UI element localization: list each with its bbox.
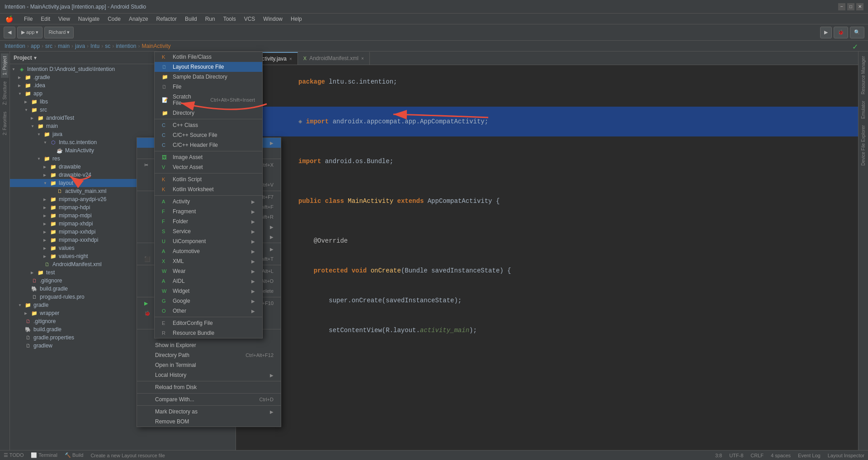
tab-manifest[interactable]: X AndroidManifest.xml × [298, 52, 370, 65]
editor-content[interactable]: 1 package lntu.sc.intention; 2 3 ◈ impor… [236, 65, 858, 450]
menu-tools[interactable]: Tools [220, 15, 240, 23]
ctx-reload[interactable]: Reload from Disk [137, 382, 281, 392]
submenu-vector-asset[interactable]: V Vector Asset [155, 162, 262, 172]
toolbar-search[interactable]: 🔍 [850, 27, 864, 38]
menu-view[interactable]: View [55, 15, 74, 23]
breadcrumb-java[interactable]: java [75, 43, 85, 49]
sidebar-tab-project[interactable]: 1: Project [1, 53, 9, 78]
submenu-activity[interactable]: A Activity ▶ [155, 197, 262, 207]
submenu-kotlin-worksheet[interactable]: K Kotlin Worksheet [155, 184, 262, 194]
submenu-image-asset[interactable]: 🖼 Image Asset [155, 152, 262, 162]
status-linesep: CRLF [750, 453, 764, 458]
toolbar-run-config[interactable]: ▶ app ▾ [17, 27, 42, 38]
submenu-resource-bundle[interactable]: R Resource Bundle [155, 328, 262, 338]
sidebar-tab-favorites[interactable]: 2: Favorites [1, 109, 9, 138]
toolbar-debug[interactable]: 🐞 [834, 27, 848, 38]
panel-dropdown-icon[interactable]: ▾ [34, 55, 37, 61]
widget-icon: W [162, 288, 169, 294]
sidebar-tab-emulator[interactable]: Emulator [859, 98, 867, 122]
breadcrumb-sc[interactable]: sc [105, 43, 110, 49]
sidebar-tab-resource-manager[interactable]: Resource Manager [859, 53, 867, 97]
tree-arrow: ▼ [31, 124, 37, 128]
ctx-show-explorer[interactable]: Show in Explorer [137, 340, 281, 350]
submenu-arrow: ▶ [251, 239, 255, 244]
ctx-open-terminal[interactable]: Open in Terminal [137, 360, 281, 370]
close-button[interactable]: ✕ [856, 3, 863, 10]
ctx-directory-path[interactable]: Directory Path Ctrl+Alt+F12 [137, 350, 281, 360]
submenu-layout-file[interactable]: 🗋 Layout Resource File [155, 62, 262, 72]
submenu-uicomponent[interactable]: U UiComponent ▶ [155, 236, 262, 246]
menu-navigate[interactable]: Navigate [75, 15, 103, 23]
title-bar-controls[interactable]: − □ ✕ [838, 3, 863, 10]
editor-tabs: J MainActivity.java × X AndroidManifest.… [236, 52, 858, 65]
submenu-automotive[interactable]: A Automotive ▶ [155, 246, 262, 256]
maximize-button[interactable]: □ [847, 3, 854, 10]
submenu-fragment[interactable]: F Fragment ▶ [155, 207, 262, 216]
submenu-cpp-source[interactable]: C C/C++ Source File [155, 130, 262, 140]
submenu-google[interactable]: G Google ▶ [155, 296, 262, 306]
submenu-xml[interactable]: X XML ▶ [155, 256, 262, 266]
layout-inspector-btn[interactable]: Layout Inspector [828, 453, 864, 458]
ctx-compare[interactable]: Compare With... Ctrl+D [137, 394, 281, 404]
minimize-button[interactable]: − [838, 3, 845, 10]
project-panel: Project ▾ ⚙ ≡ ⚙ − ▼ ◈ Intention D:\Andro… [10, 52, 236, 450]
tree-arrow: ▶ [43, 254, 50, 258]
folder-icon: 📁 [50, 196, 57, 203]
apple-menu[interactable]: 🍎 [2, 14, 17, 23]
breadcrumb-main[interactable]: main [58, 43, 70, 49]
submenu-widget[interactable]: W Widget ▶ [155, 286, 262, 296]
toolbar-run[interactable]: ▶ [820, 27, 832, 38]
submenu-cpp-header[interactable]: C C/C++ Header File [155, 140, 262, 150]
sidebar-tab-structure[interactable]: Z: Structure [1, 79, 9, 108]
submenu-aidl[interactable]: A AIDL ▶ [155, 276, 262, 286]
tab-close-btn[interactable]: × [361, 56, 364, 61]
sidebar-tab-device-explorer[interactable]: Device File Explorer [859, 122, 867, 168]
menu-help[interactable]: Help [287, 15, 306, 23]
breadcrumb-intention[interactable]: Intention [5, 43, 25, 49]
menu-analyze[interactable]: Analyze [125, 15, 152, 23]
ctx-mark-directory[interactable]: Mark Directory as ▶ [137, 407, 281, 417]
toolbar-nav-back[interactable]: ◀ [4, 27, 15, 38]
ctx-local-history[interactable]: Local History ▶ [137, 370, 281, 380]
submenu-wear[interactable]: W Wear ▶ [155, 266, 262, 276]
menu-file[interactable]: File [20, 15, 36, 23]
menu-code[interactable]: Code [104, 15, 124, 23]
folder-icon: 📁 [31, 310, 38, 317]
submenu-file[interactable]: 🗋 File [155, 82, 262, 92]
menu-vcs[interactable]: VCS [241, 15, 259, 23]
submenu-sample-data[interactable]: 📁 Sample Data Directory [155, 72, 262, 82]
todo-tab[interactable]: ☰ TODO [4, 452, 24, 458]
tree-arrow: ▶ [18, 75, 24, 80]
menu-build[interactable]: Build [181, 15, 201, 23]
tab-close-btn[interactable]: × [289, 56, 292, 61]
ctx-label: Local History [155, 372, 266, 378]
build-tab[interactable]: 🔨 Build [65, 452, 84, 458]
breadcrumb-intention2[interactable]: intention [116, 43, 136, 49]
ctx-label: Mark Directory as [155, 408, 266, 415]
breadcrumb-app[interactable]: app [31, 43, 40, 49]
menu-window[interactable]: Window [259, 15, 286, 23]
tree-arrow: ▶ [31, 116, 37, 120]
breadcrumb-intu[interactable]: Intu [90, 43, 99, 49]
ctx-sep [137, 405, 281, 406]
submenu-scratch[interactable]: 📝 Scratch File Ctrl+Alt+Shift+Insert [155, 92, 262, 108]
terminal-tab[interactable]: ⬜ Terminal [31, 452, 57, 458]
toolbar-user[interactable]: Richard ▾ [44, 27, 74, 38]
ctx-remove-bom[interactable]: Remove BOM [137, 417, 281, 427]
submenu-cpp-class[interactable]: C C++ Class [155, 120, 262, 130]
submenu-kotlin-file[interactable]: K Kotlin File/Class [155, 52, 262, 62]
event-log-btn[interactable]: Event Log [798, 453, 821, 458]
breadcrumb-mainactivity[interactable]: MainActivity [142, 43, 171, 49]
submenu-directory[interactable]: 📁 Directory [155, 108, 262, 118]
submenu-editor-config[interactable]: E EditorConfig File [155, 318, 262, 328]
submenu-folder[interactable]: F Folder ▶ [155, 216, 262, 226]
menu-refactor[interactable]: Refactor [153, 15, 180, 23]
breadcrumb-src[interactable]: src [45, 43, 52, 49]
ctx-label: Image Asset [173, 154, 255, 160]
submenu-other[interactable]: O Other ▶ [155, 306, 262, 316]
menu-edit[interactable]: Edit [37, 15, 54, 23]
menu-run[interactable]: Run [202, 15, 219, 23]
submenu-service[interactable]: S Service ▶ [155, 226, 262, 236]
status-bar: ☰ TODO ⬜ Terminal 🔨 Build Create a new L… [0, 450, 868, 460]
submenu-kotlin-script[interactable]: K Kotlin Script [155, 174, 262, 184]
